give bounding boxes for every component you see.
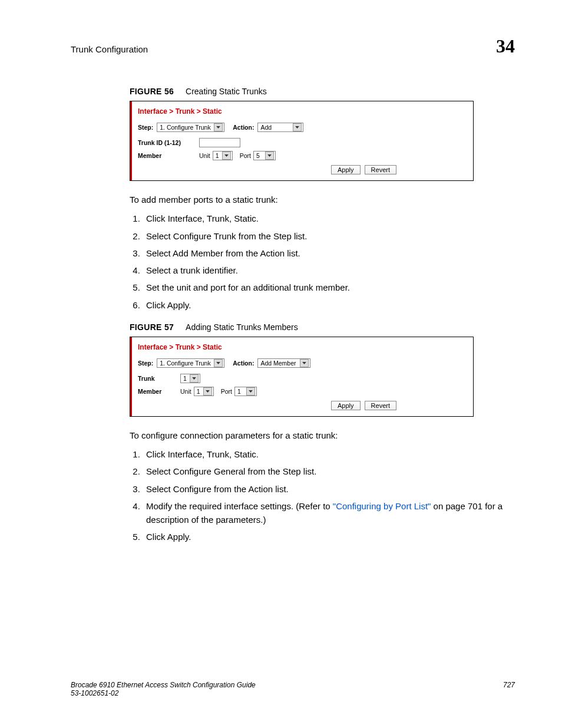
- member-label: Member: [138, 152, 185, 159]
- chevron-down-icon: [265, 151, 274, 160]
- chapter-number: 34: [496, 35, 515, 57]
- chevron-down-icon: [214, 123, 223, 131]
- step-select-value: 1. Configure Trunk: [160, 360, 210, 367]
- trunk-label: Trunk: [138, 375, 173, 382]
- action-label: Action:: [233, 124, 254, 131]
- footer-doc-title: Brocade 6910 Ethernet Access Switch Conf…: [71, 681, 256, 689]
- figure-56-caption: FIGURE 56Creating Static Trunks: [130, 87, 515, 96]
- figure-57-panel: Interface > Trunk > Static Step: 1. Conf…: [130, 337, 474, 417]
- list-item: Click Apply.: [143, 530, 515, 543]
- paragraph-add-member: To add member ports to a static trunk:: [130, 194, 515, 206]
- page-header-title: Trunk Configuration: [71, 44, 148, 54]
- figure-57-label: FIGURE 57: [130, 322, 174, 332]
- list-item: Select Add Member from the Action list.: [143, 246, 515, 260]
- figure-56-panel: Interface > Trunk > Static Step: 1. Conf…: [130, 101, 474, 181]
- figure-57-caption: FIGURE 57Adding Static Trunks Members: [130, 322, 515, 332]
- trunk-select-value: 1: [183, 375, 187, 382]
- trunk-select[interactable]: 1: [180, 374, 200, 383]
- action-label: Action:: [233, 360, 254, 367]
- unit-select-value: 1: [216, 152, 219, 159]
- unit-select[interactable]: 1: [194, 387, 214, 396]
- chevron-down-icon: [246, 387, 255, 396]
- step-select[interactable]: 1. Configure Trunk: [157, 123, 224, 132]
- port-select[interactable]: 1: [234, 387, 257, 396]
- action-select[interactable]: Add Member: [257, 358, 310, 368]
- trunk-id-label: Trunk ID (1-12): [138, 139, 185, 146]
- step-select-value: 1. Configure Trunk: [160, 124, 210, 131]
- chevron-down-icon: [293, 123, 302, 131]
- port-label: Port: [221, 388, 232, 395]
- apply-button[interactable]: Apply: [331, 401, 361, 410]
- port-select-value: 5: [256, 152, 260, 159]
- steps-configure-conn: Click Interface, Trunk, Static. Select C…: [130, 447, 515, 544]
- chevron-down-icon: [214, 359, 223, 367]
- list-item: Modify the required interface settings. …: [143, 499, 515, 527]
- configuring-by-port-list-link[interactable]: "Configuring by Port List": [333, 501, 431, 511]
- list-item: Click Interface, Trunk, Static.: [143, 447, 515, 461]
- revert-button[interactable]: Revert: [365, 165, 396, 174]
- step-select[interactable]: 1. Configure Trunk: [157, 358, 224, 368]
- list-item: Click Apply.: [143, 298, 515, 312]
- footer-doc-id: 53-1002651-02: [71, 689, 256, 697]
- trunk-id-input[interactable]: [199, 138, 240, 147]
- unit-select-value: 1: [197, 388, 200, 395]
- footer-left: Brocade 6910 Ethernet Access Switch Conf…: [71, 681, 256, 697]
- list-item: Select Configure Trunk from the Step lis…: [143, 229, 515, 243]
- list-item: Select a trunk identifier.: [143, 263, 515, 277]
- list-item: Select Configure from the Action list.: [143, 482, 515, 496]
- figure-57-title: Adding Static Trunks Members: [186, 322, 298, 332]
- paragraph-configure-conn: To configure connection parameters for a…: [130, 430, 515, 442]
- step-label: Step:: [138, 360, 153, 367]
- page-number: 727: [503, 681, 515, 697]
- breadcrumb: Interface > Trunk > Static: [138, 105, 467, 120]
- chevron-down-icon: [203, 387, 212, 396]
- step-label: Step:: [138, 124, 153, 131]
- chevron-down-icon: [222, 151, 231, 160]
- list-item: Set the unit and port for an additional …: [143, 281, 515, 294]
- unit-label: Unit: [180, 388, 191, 395]
- action-select-value: Add: [260, 124, 272, 131]
- figure-56-label: FIGURE 56: [130, 87, 174, 96]
- figure-56-title: Creating Static Trunks: [186, 87, 267, 96]
- list-item: Click Interface, Trunk, Static.: [143, 212, 515, 225]
- action-select-value: Add Member: [260, 360, 296, 367]
- port-select-value: 1: [237, 388, 241, 395]
- list-item: Select Configure General from the Step l…: [143, 465, 515, 478]
- action-select[interactable]: Add: [257, 123, 303, 132]
- port-label: Port: [240, 152, 251, 159]
- revert-button[interactable]: Revert: [365, 401, 396, 410]
- list-item-text: Modify the required interface settings. …: [146, 501, 333, 511]
- unit-select[interactable]: 1: [213, 151, 233, 160]
- breadcrumb: Interface > Trunk > Static: [138, 341, 467, 356]
- chevron-down-icon: [300, 359, 309, 367]
- apply-button[interactable]: Apply: [331, 165, 361, 174]
- member-label: Member: [138, 388, 173, 395]
- port-select[interactable]: 5: [253, 151, 276, 160]
- unit-label: Unit: [199, 152, 210, 159]
- chevron-down-icon: [190, 374, 199, 383]
- steps-add-member: Click Interface, Trunk, Static. Select C…: [130, 212, 515, 312]
